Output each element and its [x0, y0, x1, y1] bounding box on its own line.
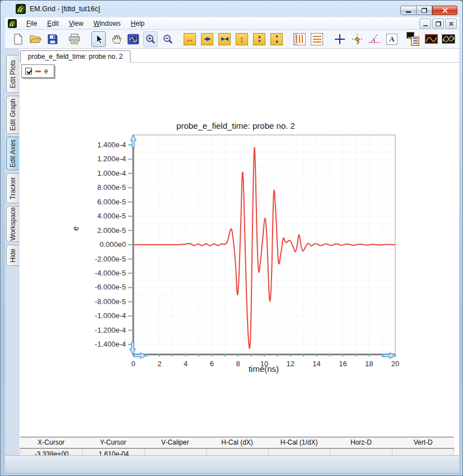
readout-header: H-Cal (dX)	[206, 437, 268, 448]
vertical-gridlines-button[interactable]	[292, 31, 307, 47]
open-folder-icon	[30, 34, 41, 44]
sidebar-tab-label: Edit Axes	[9, 139, 17, 167]
window-title: EM.Grid - [fdtd_tut16c]	[30, 5, 100, 13]
horizontal-gridlines-button[interactable]	[310, 31, 324, 47]
y-axis-label: e	[71, 226, 80, 231]
zoom-window-button[interactable]	[126, 31, 141, 47]
sidebar-tab-edit-axes[interactable]: Edit Axes	[6, 137, 19, 170]
crosshair-button[interactable]	[333, 31, 347, 47]
x-axis-label: time(ns)	[249, 364, 279, 374]
svg-text:2.000e-5: 2.000e-5	[97, 226, 126, 235]
pan-hand-icon	[111, 34, 121, 44]
shrink-y-button[interactable]: ▼▲	[269, 31, 284, 47]
close-icon	[442, 7, 448, 13]
app-logo-icon	[16, 4, 26, 14]
readout-header-row: X-Cursor Y-Cursor V-Caliper H-Cal (dX) H…	[20, 437, 454, 449]
legend-series-label: e	[44, 67, 48, 75]
sidebar-tab-label: Hide	[9, 249, 17, 263]
mdi-close-button[interactable]	[445, 18, 457, 29]
vertical-gridlines-icon	[293, 33, 306, 45]
sidebar-tab-label: Workspace	[9, 207, 17, 241]
caliper-button[interactable]	[367, 31, 382, 47]
svg-text:-8.000e-5: -8.000e-5	[95, 297, 126, 306]
tracker-button[interactable]	[350, 31, 364, 47]
menu-view[interactable]: View	[64, 18, 88, 29]
sidebar-tab-tracker[interactable]: Tracker	[6, 173, 19, 203]
window-minimize-button[interactable]	[400, 6, 417, 15]
svg-text:0: 0	[131, 360, 135, 368]
horizontal-gridlines-icon	[311, 33, 323, 45]
window-close-button[interactable]	[432, 6, 457, 15]
zoom-in-button[interactable]	[143, 31, 158, 47]
menu-help[interactable]: Help	[126, 18, 150, 29]
svg-text:-1.200e-4: -1.200e-4	[95, 326, 126, 334]
new-file-button[interactable]	[11, 31, 25, 47]
mdi-minimize-button[interactable]	[419, 18, 431, 29]
window-statusbar	[5, 455, 459, 473]
stretch-x-icon: ◀▶	[201, 33, 213, 45]
svg-text:-1.000e-4: -1.000e-4	[95, 311, 126, 320]
restore-icon	[436, 21, 441, 26]
expand-x-button[interactable]: ↔	[183, 31, 197, 47]
shrink-x-button[interactable]: ▶◀	[217, 31, 232, 47]
expand-x-icon: ↔	[184, 33, 196, 45]
sidebar-tabs: Edit Plots Edit Graph Edit Axes Tracker …	[6, 55, 19, 266]
menu-windows[interactable]: Windows	[88, 18, 126, 29]
menu-edit[interactable]: Edit	[42, 18, 64, 29]
svg-text:18: 18	[365, 360, 373, 368]
svg-text:0.000e0: 0.000e0	[100, 240, 126, 249]
print-button[interactable]	[67, 31, 82, 47]
minimize-icon	[406, 11, 411, 13]
svg-text:4: 4	[184, 360, 188, 368]
plot-legend-button[interactable]	[406, 31, 421, 47]
multi-plot-button[interactable]	[441, 31, 456, 47]
titlebar[interactable]: EM.Grid - [fdtd_tut16c]	[1, 1, 463, 17]
window-restore-button[interactable]	[417, 6, 432, 15]
legend-series-dash	[35, 71, 41, 72]
menu-file[interactable]: File	[21, 18, 42, 29]
open-file-button[interactable]	[28, 31, 43, 47]
zoom-out-button[interactable]	[161, 31, 175, 47]
plot-legend-icon	[406, 32, 421, 46]
chart-canvas[interactable]: 1.400e-41.200e-41.000e-48.000e-56.000e-5…	[68, 115, 415, 381]
readout-header: Horz-D	[330, 437, 392, 448]
sidebar-tab-label: Edit Plots	[9, 60, 17, 88]
single-plot-icon	[425, 34, 438, 44]
sidebar-tab-edit-graph[interactable]: Edit Graph	[6, 96, 19, 134]
svg-text:6.000e-5: 6.000e-5	[97, 198, 126, 206]
close-icon	[448, 21, 453, 26]
legend-checkbox[interactable]	[25, 68, 32, 74]
sidebar-tab-edit-plots[interactable]: Edit Plots	[6, 55, 19, 93]
svg-text:14: 14	[312, 360, 320, 368]
tracker-icon	[351, 33, 363, 45]
text-annotation-button[interactable]: A	[385, 31, 399, 47]
pan-tool-button[interactable]	[109, 31, 123, 47]
print-icon	[69, 34, 80, 44]
single-plot-button[interactable]	[424, 31, 438, 47]
document-tab[interactable]: probe_e_field_time: probe no. 2	[20, 50, 130, 63]
select-cursor-icon	[93, 34, 104, 44]
stretch-y-button[interactable]: ▲▼	[252, 31, 266, 47]
new-file-icon	[13, 34, 23, 45]
expand-y-button[interactable]: ↕	[235, 31, 249, 47]
sidebar-tab-workspace[interactable]: Workspace	[6, 206, 19, 242]
save-button[interactable]	[45, 31, 60, 47]
restore-icon	[422, 8, 427, 13]
readout-header: H-Cal (1/dX)	[268, 437, 330, 448]
svg-text:2: 2	[157, 360, 161, 368]
mdi-restore-button[interactable]	[432, 18, 444, 29]
select-tool-button[interactable]	[91, 31, 106, 47]
svg-text:20: 20	[391, 360, 399, 368]
text-annotation-icon: A	[386, 34, 397, 45]
stretch-x-button[interactable]: ◀▶	[200, 31, 214, 47]
zoom-in-icon	[145, 34, 156, 45]
svg-text:1.200e-4: 1.200e-4	[97, 155, 126, 163]
document-logo-icon	[8, 19, 17, 28]
readout-header: V-Caliper	[144, 437, 206, 448]
svg-text:-6.000e-5: -6.000e-5	[95, 283, 126, 291]
zoom-window-icon	[127, 34, 139, 45]
svg-text:8: 8	[236, 360, 240, 368]
sidebar-tab-hide[interactable]: Hide	[6, 245, 19, 266]
menubar: File Edit View Windows Help	[5, 17, 459, 30]
shrink-x-icon: ▶◀	[218, 33, 231, 45]
